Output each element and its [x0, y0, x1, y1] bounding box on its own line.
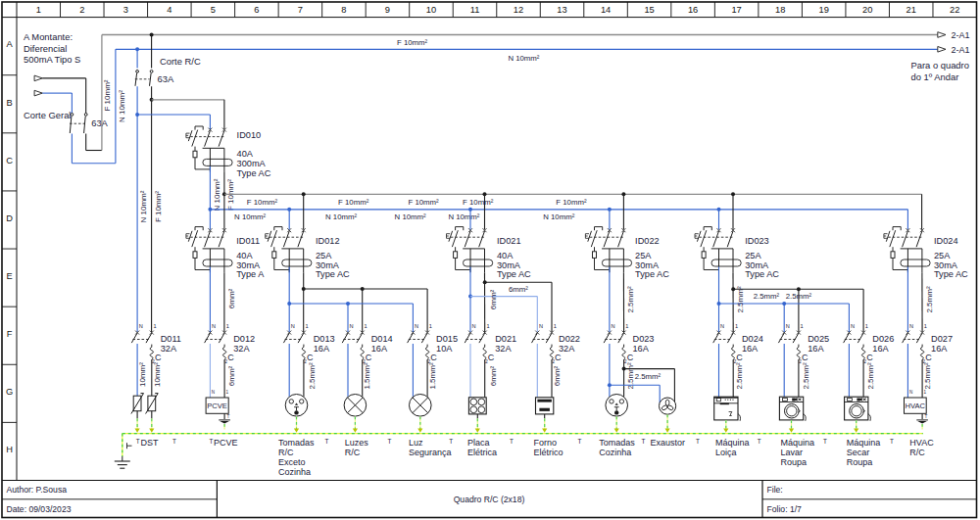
- svg-text:D: D: [6, 213, 13, 223]
- svg-text:R/C: R/C: [909, 448, 925, 457]
- svg-text:4: 4: [167, 5, 172, 15]
- svg-text:30mA: 30mA: [635, 260, 660, 270]
- svg-text:8: 8: [341, 5, 346, 15]
- svg-text:2.5mm²: 2.5mm²: [925, 286, 934, 312]
- svg-text:Corte R/C: Corte R/C: [160, 56, 201, 67]
- svg-text:3: 3: [123, 5, 128, 15]
- svg-text:16: 16: [688, 5, 698, 15]
- svg-text:N 10mm²: N 10mm²: [448, 213, 479, 221]
- svg-text:PCVE: PCVE: [214, 438, 238, 448]
- svg-text:15: 15: [644, 5, 654, 15]
- svg-text:B: B: [6, 98, 12, 108]
- svg-text:1.5mm²: 1.5mm²: [428, 362, 437, 389]
- svg-text:Cozinha: Cozinha: [599, 448, 631, 457]
- svg-text:Date: 09/03/2023: Date: 09/03/2023: [7, 504, 72, 514]
- svg-text:T: T: [925, 414, 928, 419]
- svg-text:D026: D026: [872, 334, 894, 344]
- svg-text:17: 17: [731, 5, 741, 15]
- svg-text:Secar: Secar: [847, 448, 870, 457]
- svg-text:6: 6: [254, 5, 259, 15]
- svg-text:Cozinha: Cozinha: [278, 467, 311, 477]
- svg-text:do 1º Andar: do 1º Andar: [911, 71, 959, 82]
- svg-text:19: 19: [818, 5, 828, 15]
- svg-text:F 10mm²: F 10mm²: [397, 38, 428, 47]
- svg-text:2: 2: [79, 5, 84, 15]
- svg-text:18: 18: [775, 5, 785, 15]
- svg-text:Roupa: Roupa: [847, 457, 873, 467]
- svg-text:2.5mm²: 2.5mm²: [736, 286, 745, 312]
- svg-text:10mm²: 10mm²: [138, 362, 147, 387]
- svg-text:14: 14: [601, 5, 611, 15]
- svg-text:2-A1: 2-A1: [952, 30, 970, 40]
- svg-text:DST: DST: [141, 438, 160, 448]
- svg-text:F 10mm²: F 10mm²: [556, 198, 587, 207]
- svg-text:Segurança: Segurança: [409, 448, 452, 457]
- svg-text:32A: 32A: [161, 344, 177, 354]
- svg-text:16A: 16A: [371, 344, 388, 354]
- svg-text:Máquina: Máquina: [715, 438, 750, 448]
- svg-text:6mm²: 6mm²: [227, 288, 236, 308]
- svg-text:PCVE: PCVE: [207, 402, 227, 410]
- svg-text:11: 11: [470, 5, 480, 15]
- svg-text:Luzes: Luzes: [345, 438, 369, 448]
- svg-text:D011: D011: [161, 334, 181, 344]
- svg-text:T: T: [227, 414, 230, 419]
- svg-text:D024: D024: [742, 334, 763, 344]
- svg-text:Corte Geral: Corte Geral: [24, 110, 71, 120]
- svg-text:16A: 16A: [742, 344, 759, 354]
- svg-text:T: T: [449, 438, 453, 445]
- svg-text:T: T: [890, 438, 894, 445]
- svg-text:16A: 16A: [633, 344, 650, 354]
- svg-text:File:: File:: [767, 485, 783, 495]
- svg-text:20: 20: [862, 5, 872, 15]
- svg-text:HVAC: HVAC: [906, 402, 926, 410]
- svg-text:Type AC: Type AC: [934, 269, 968, 279]
- svg-text:D023: D023: [633, 334, 655, 344]
- svg-text:F: F: [7, 329, 13, 339]
- svg-text:C: C: [6, 156, 13, 165]
- svg-text:T: T: [136, 438, 140, 445]
- svg-text:ID021: ID021: [497, 236, 521, 246]
- svg-text:Loiça: Loiça: [715, 448, 737, 457]
- svg-text:ID022: ID022: [635, 236, 660, 246]
- svg-text:2.5mm²: 2.5mm²: [754, 292, 780, 301]
- svg-text:7: 7: [298, 5, 303, 15]
- svg-text:T: T: [388, 438, 392, 445]
- svg-text:N 10mm²: N 10mm²: [543, 213, 574, 221]
- svg-text:Type AC: Type AC: [497, 269, 531, 279]
- svg-text:T: T: [510, 438, 514, 445]
- svg-text:Para o quadro: Para o quadro: [911, 60, 969, 71]
- svg-text:2.5mm²: 2.5mm²: [923, 362, 932, 389]
- svg-text:T: T: [325, 438, 329, 445]
- svg-text:F 10mm²: F 10mm²: [154, 191, 163, 222]
- svg-text:6mm²: 6mm²: [227, 365, 236, 386]
- svg-text:D013: D013: [314, 334, 335, 344]
- svg-text:Diferencial: Diferencial: [24, 43, 67, 54]
- svg-text:6mm²: 6mm²: [509, 285, 528, 294]
- svg-text:Folio: 1/7: Folio: 1/7: [767, 504, 803, 514]
- svg-text:N: N: [212, 390, 215, 395]
- svg-text:2.5mm²: 2.5mm²: [802, 362, 810, 389]
- svg-text:Quadro R/C (2x18): Quadro R/C (2x18): [454, 495, 525, 504]
- svg-text:16A: 16A: [314, 344, 330, 354]
- svg-text:Luz: Luz: [409, 438, 423, 448]
- svg-text:Roupa: Roupa: [781, 457, 808, 467]
- svg-text:T: T: [209, 438, 213, 445]
- svg-text:2.5mm²: 2.5mm²: [635, 372, 662, 381]
- svg-text:D027: D027: [931, 334, 953, 344]
- svg-text:D012: D012: [233, 334, 255, 344]
- svg-text:T: T: [696, 438, 700, 445]
- svg-text:N 10mm²: N 10mm²: [118, 90, 126, 122]
- svg-text:25A: 25A: [635, 251, 652, 260]
- svg-text:12: 12: [514, 5, 523, 15]
- svg-text:N: N: [909, 390, 912, 395]
- svg-text:F 10mm²: F 10mm²: [463, 198, 494, 207]
- svg-text:25A: 25A: [745, 251, 761, 260]
- svg-text:Placa: Placa: [467, 438, 490, 448]
- svg-text:1.5mm²: 1.5mm²: [363, 362, 371, 389]
- svg-text:2.5mm²: 2.5mm²: [866, 362, 875, 389]
- svg-text:ID012: ID012: [316, 236, 340, 246]
- svg-text:1: 1: [924, 390, 927, 395]
- svg-text:Forno: Forno: [533, 438, 557, 448]
- svg-text:T: T: [172, 438, 176, 445]
